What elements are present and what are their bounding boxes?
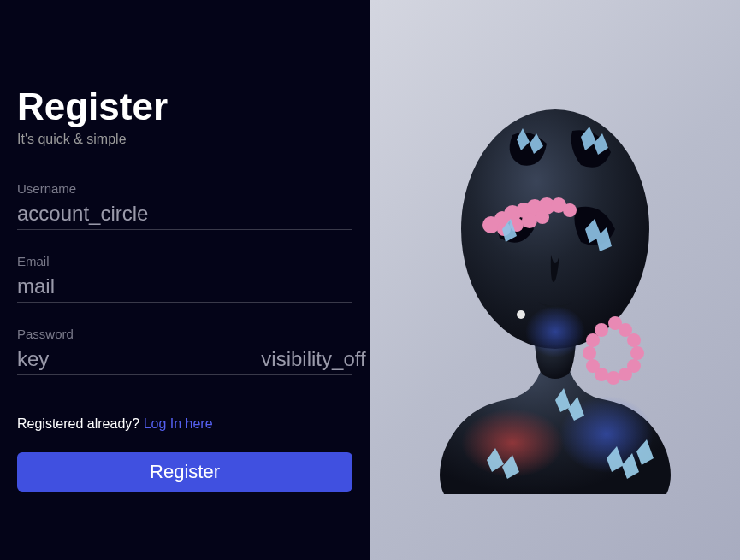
key-icon: key [17, 347, 49, 371]
svg-point-15 [536, 210, 549, 224]
username-label: Username [17, 181, 352, 196]
password-label: Password [17, 327, 352, 341]
account-circle-icon: account_circle [17, 202, 148, 226]
email-input[interactable] [55, 274, 352, 298]
page-title: Register [17, 85, 352, 128]
mail-icon: mail [17, 274, 55, 298]
svg-point-14 [522, 213, 537, 228]
svg-point-19 [630, 346, 644, 360]
email-field-group: Email mail [17, 254, 352, 303]
login-prompt-text: Registered already? [17, 416, 144, 431]
visibility-off-icon[interactable]: visibility_off [261, 347, 365, 371]
username-input-row: account_circle [17, 201, 352, 230]
register-form-panel: Register It's quick & simple Username ac… [0, 0, 370, 560]
username-input[interactable] [148, 201, 360, 226]
svg-point-21 [619, 368, 632, 381]
svg-point-42 [517, 310, 525, 319]
password-input[interactable] [49, 346, 261, 371]
password-input-row: key visibility_off [17, 346, 352, 375]
register-button[interactable]: Register [17, 452, 352, 492]
email-input-row: mail [17, 274, 352, 303]
password-field-group: Password key visibility_off [17, 327, 352, 375]
login-prompt: Registered already? Log In here [17, 416, 352, 432]
svg-point-18 [627, 333, 641, 347]
hero-image-panel [370, 0, 740, 560]
svg-point-22 [607, 371, 620, 385]
username-field-group: Username account_circle [17, 181, 352, 230]
page-subtitle: It's quick & simple [17, 132, 352, 147]
login-link[interactable]: Log In here [144, 416, 213, 431]
svg-point-25 [583, 346, 596, 360]
svg-point-3 [525, 306, 585, 357]
svg-point-24 [586, 359, 600, 373]
svg-point-11 [563, 203, 577, 217]
svg-point-27 [595, 323, 608, 337]
hero-head-illustration [393, 58, 718, 503]
email-label: Email [17, 254, 352, 268]
